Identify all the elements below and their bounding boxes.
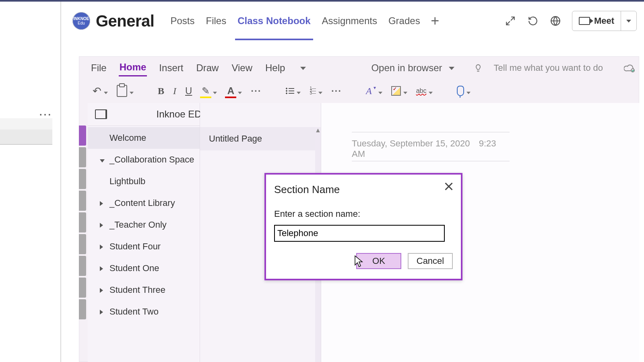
styles-button[interactable]: A▾ bbox=[363, 84, 385, 98]
expand-icon[interactable] bbox=[504, 15, 516, 27]
dialog-button-row: OK Cancel bbox=[274, 253, 453, 269]
tab-class-notebook[interactable]: Class Notebook bbox=[232, 2, 316, 40]
styles-icon: A bbox=[366, 86, 372, 97]
section-student-two[interactable]: Student Two bbox=[88, 301, 200, 323]
menu-file[interactable]: File bbox=[90, 61, 107, 75]
clipboard-icon bbox=[117, 85, 127, 97]
tab-grades[interactable]: Grades bbox=[383, 2, 426, 40]
scroll-up-icon[interactable]: ▲ bbox=[315, 127, 321, 134]
undo-button[interactable] bbox=[90, 83, 110, 99]
section-label: Student Three bbox=[109, 285, 165, 295]
ok-button[interactable]: OK bbox=[356, 253, 401, 269]
meet-button-label: Meet bbox=[594, 16, 614, 26]
section-color-tab[interactable] bbox=[79, 234, 86, 254]
dialog-title: Section Name bbox=[274, 183, 453, 196]
microphone-icon bbox=[457, 86, 464, 96]
underline-button[interactable]: U bbox=[183, 84, 194, 98]
chevron-right-icon bbox=[100, 306, 106, 317]
team-avatar-line1: INKNOE bbox=[74, 16, 89, 21]
camera-icon bbox=[579, 17, 590, 25]
number-list-button[interactable]: 1—2—3— bbox=[307, 84, 325, 98]
page-untitled[interactable]: Untitled Page bbox=[200, 127, 321, 150]
dialog-close-button[interactable] bbox=[442, 180, 455, 193]
header-actions: Meet bbox=[504, 2, 637, 40]
menu-draw[interactable]: Draw bbox=[195, 61, 219, 75]
spellcheck-button[interactable]: abc bbox=[414, 84, 436, 98]
section-list-panel: Inknoe EDU Notebook Welcome _Collaborati… bbox=[88, 103, 200, 362]
paste-button[interactable] bbox=[114, 83, 136, 99]
section-list: Welcome _Collaboration Space Lightbulb _… bbox=[88, 125, 200, 362]
channel-header: INKNOE Edu General Posts Files Class Not… bbox=[61, 2, 644, 40]
section-teacher-only[interactable]: _Teacher Only bbox=[88, 214, 200, 236]
paragraph-more-button[interactable]: ··· bbox=[329, 84, 344, 98]
globe-icon[interactable] bbox=[549, 15, 561, 27]
channel-content-shell: INKNOE Edu General Posts Files Class Not… bbox=[61, 2, 644, 362]
rail-more-icon[interactable]: … bbox=[38, 103, 53, 119]
italic-button[interactable]: I bbox=[171, 84, 179, 98]
menu-home[interactable]: Home bbox=[119, 60, 147, 76]
tab-assignments[interactable]: Assignments bbox=[316, 2, 383, 40]
bullet-list-button[interactable] bbox=[283, 84, 303, 98]
section-label: Welcome bbox=[109, 133, 146, 143]
bold-button[interactable]: B bbox=[155, 84, 167, 98]
team-avatar[interactable]: INKNOE Edu bbox=[72, 12, 90, 30]
section-welcome[interactable]: Welcome bbox=[88, 127, 200, 149]
chevron-right-icon bbox=[100, 285, 106, 295]
meet-button[interactable]: Meet bbox=[572, 11, 637, 31]
lightbulb-icon bbox=[474, 64, 483, 72]
section-color-tabs bbox=[79, 125, 88, 321]
nav-pane-icon[interactable] bbox=[95, 109, 107, 119]
font-more-button[interactable]: ··· bbox=[248, 84, 264, 98]
tab-files[interactable]: Files bbox=[200, 2, 232, 40]
section-name-dialog: Section Name Enter a section name: OK Ca… bbox=[264, 173, 462, 280]
cancel-button[interactable]: Cancel bbox=[408, 253, 453, 269]
font-color-button[interactable]: A bbox=[223, 84, 244, 98]
onenote-menubar: File Home Insert Draw View Help Open in … bbox=[79, 56, 639, 80]
tags-button[interactable] bbox=[389, 84, 410, 98]
channel-tabs: Posts Files Class Notebook Assignments G… bbox=[165, 2, 441, 40]
teams-rail: … bbox=[0, 2, 61, 362]
section-collaboration-space[interactable]: _Collaboration Space bbox=[88, 149, 200, 171]
section-student-three[interactable]: Student Three bbox=[88, 279, 200, 301]
bullet-list-icon bbox=[285, 87, 294, 95]
rail-selected-team-tile[interactable] bbox=[0, 130, 52, 145]
section-label: Student One bbox=[109, 263, 159, 274]
section-color-tab[interactable] bbox=[79, 212, 86, 232]
font-color-icon: A bbox=[226, 85, 235, 97]
page-date-line: Tuesday, September 15, 2020 9:23 AM bbox=[352, 138, 510, 161]
tag-icon bbox=[391, 86, 401, 96]
menu-more-dropdown[interactable] bbox=[297, 61, 307, 75]
section-content-library[interactable]: _Content Library bbox=[88, 192, 200, 214]
section-color-tab[interactable] bbox=[79, 147, 86, 167]
section-color-tab[interactable] bbox=[79, 278, 86, 298]
section-student-one[interactable]: Student One bbox=[88, 257, 200, 279]
section-color-tab[interactable] bbox=[79, 125, 86, 146]
section-color-tab[interactable] bbox=[79, 299, 86, 319]
section-label: _Teacher Only bbox=[109, 220, 167, 230]
open-in-browser[interactable]: Open in browser bbox=[371, 62, 454, 74]
chevron-down-icon bbox=[100, 154, 106, 165]
add-tab-button[interactable]: + bbox=[426, 2, 441, 40]
dictate-button[interactable] bbox=[454, 84, 473, 98]
menu-help[interactable]: Help bbox=[264, 61, 286, 75]
highlighter-icon: ✎ bbox=[201, 85, 211, 97]
section-student-four[interactable]: Student Four bbox=[88, 236, 200, 257]
section-color-tab[interactable] bbox=[79, 256, 86, 276]
chevron-right-icon bbox=[100, 198, 106, 208]
sync-status-icon[interactable] bbox=[624, 64, 635, 72]
menu-view[interactable]: View bbox=[231, 61, 253, 75]
refresh-icon[interactable] bbox=[527, 15, 539, 27]
section-name-input[interactable] bbox=[274, 225, 445, 242]
menu-insert[interactable]: Insert bbox=[158, 61, 184, 75]
meet-button-dropdown[interactable] bbox=[621, 11, 636, 31]
tab-posts[interactable]: Posts bbox=[165, 2, 200, 40]
tell-me-search[interactable]: Tell me what you want to do bbox=[494, 63, 603, 73]
section-color-tab[interactable] bbox=[79, 191, 86, 211]
section-lightbulb[interactable]: Lightbulb bbox=[88, 171, 200, 192]
number-list-icon: 1—2—3— bbox=[310, 87, 316, 95]
dialog-label: Enter a section name: bbox=[274, 209, 453, 219]
meet-button-main[interactable]: Meet bbox=[572, 16, 621, 26]
section-color-tab[interactable] bbox=[79, 169, 86, 189]
onenote-ribbon: B I U ✎ A ··· 1—2—3— ··· A▾ abc bbox=[79, 80, 639, 102]
highlight-button[interactable]: ✎ bbox=[198, 84, 219, 98]
